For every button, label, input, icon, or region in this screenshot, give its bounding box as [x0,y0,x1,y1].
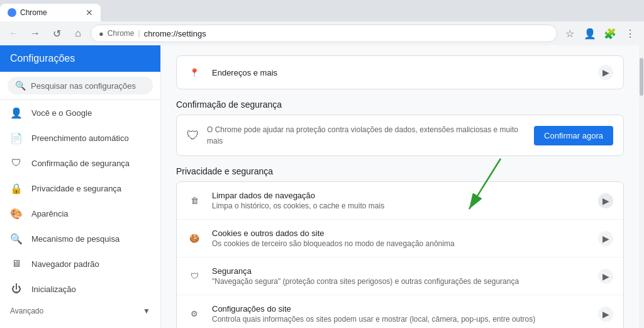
addresses-content: Endereços e mais [212,68,598,77]
power-icon: ⏻ [10,283,23,295]
autofill-icon: 📄 [10,132,23,144]
security-row-title: Segurança [212,266,598,276]
site-settings-icon: ⚙ [187,307,202,322]
sidebar-label-inicializacao: Inicialização [31,285,76,294]
sidebar-label-voce: Você e o Google [31,108,92,118]
sidebar-item-aparencia[interactable]: 🎨 Aparência [0,201,160,226]
site-settings-subtitle: Controla quais informações os sites pode… [212,315,598,324]
reload-button[interactable]: ↺ [48,25,65,42]
cookies-content: Cookies e outros dados do site Os cookie… [212,229,598,248]
chevron-down-icon: ▼ [143,307,150,315]
nav-actions: ☆ 👤 🧩 ⋮ [561,25,639,42]
tab-title: Chrome [20,8,82,17]
privacy-section-title: Privacidade e segurança [176,166,624,176]
security-row-subtitle: "Navegação segura" (proteção contra site… [212,277,598,286]
home-button[interactable]: ⌂ [69,25,87,42]
sidebar-item-navegador[interactable]: 🖥 Navegador padrão [0,251,160,276]
sidebar-label-privacidade: Privacidade e segurança [31,184,121,193]
clear-data-subtitle: Limpa o histórico, os cookies, o cache e… [212,201,598,210]
security-row[interactable]: 🛡 Segurança "Navegação segura" (proteção… [177,257,623,295]
sidebar-label-navegador: Navegador padrão [31,259,99,269]
site-settings-content: Configurações do site Controla quais inf… [212,304,598,324]
security-arrow-icon: ▶ [598,269,613,284]
settings-icon[interactable]: ⋮ [621,25,639,42]
sidebar-item-voce[interactable]: 👤 Você e o Google [0,100,160,125]
cookies-subtitle: Os cookies de terceiro são bloqueados no… [212,239,598,248]
sidebar-item-preenchimento[interactable]: 📄 Preenchimento automático [0,125,160,150]
address-bar[interactable]: ● Chrome | chrome://settings [91,25,557,42]
address-brand: Chrome [108,29,135,38]
sidebar-item-extensoes[interactable]: 🔌 Extensões ↗ [0,320,160,328]
site-settings-arrow-icon: ▶ [598,307,613,322]
sidebar-search-input[interactable]: Pesquisar nas configurações [31,81,136,91]
security-content: Segurança "Navegação segura" (proteção c… [212,266,598,286]
cookies-title: Cookies e outros dados do site [212,229,598,238]
confirm-now-button[interactable]: Confirmar agora [534,126,613,145]
security-shield-icon: 🛡 [187,128,199,143]
security-card: 🛡 O Chrome pode ajudar na proteção contr… [176,115,624,156]
person-icon: 👤 [10,106,23,119]
address-secure-icon: ● [99,29,104,38]
addresses-arrow-icon: ▶ [598,65,613,80]
sidebar-label-preenchimento: Preenchimento automático [31,133,129,143]
appearance-icon: 🎨 [10,207,23,220]
bookmarks-icon[interactable]: ☆ [561,25,579,42]
search-icon: 🔍 [10,232,23,245]
sidebar-item-privacidade[interactable]: 🔒 Privacidade e segurança [0,176,160,201]
address-text: chrome://settings [144,29,549,38]
sidebar-item-inicializacao[interactable]: ⏻ Inicialização [0,276,160,302]
sidebar: Configurações 🔍 Pesquisar nas configuraç… [0,45,161,328]
clear-data-title: Limpar dados de navegação [212,191,598,200]
clear-data-arrow-icon: ▶ [598,193,613,208]
scrollbar[interactable] [639,45,644,328]
site-settings-row[interactable]: ⚙ Configurações do site Controla quais i… [177,295,623,328]
site-settings-title: Configurações do site [212,304,598,314]
cookies-arrow-icon: ▶ [598,231,613,246]
security-description: O Chrome pode ajudar na proteção contra … [207,124,526,147]
forward-button[interactable]: → [26,25,44,42]
sidebar-item-mecanismo[interactable]: 🔍 Mecanismo de pesquisa [0,226,160,251]
location-icon: 📍 [187,65,202,80]
sidebar-search[interactable]: 🔍 Pesquisar nas configurações [0,72,160,100]
sidebar-label-mecanismo: Mecanismo de pesquisa [31,234,119,244]
puzzle-icon[interactable]: 🧩 [601,25,619,42]
privacy-card: 🗑 Limpar dados de navegação Limpa o hist… [176,181,624,328]
sidebar-search-icon: 🔍 [15,81,26,91]
clear-data-content: Limpar dados de navegação Limpa o histór… [212,191,598,210]
browser-tab[interactable]: Chrome ✕ [0,4,101,21]
browser-top: Chrome ✕ ← → ↺ ⌂ ● Chrome | chrome://set… [0,0,644,45]
tab-close-icon[interactable]: ✕ [86,8,93,18]
security-section-title: Confirmação de segurança [176,99,624,110]
clear-data-row[interactable]: 🗑 Limpar dados de navegação Limpa o hist… [177,182,623,220]
addresses-title: Endereços e mais [212,68,598,77]
scrollbar-thumb[interactable] [640,58,643,96]
cookies-row[interactable]: 🍪 Cookies e outros dados do site Os cook… [177,220,623,257]
shield-icon: 🛡 [10,157,23,169]
navigation-bar: ← → ↺ ⌂ ● Chrome | chrome://settings ☆ 👤… [0,21,644,45]
sidebar-item-confirmacao[interactable]: 🛡 Confirmação de segurança [0,150,160,176]
sidebar-label-confirmacao: Confirmação de segurança [31,159,130,168]
trash-icon: 🗑 [187,193,202,208]
browser-icon: 🖥 [10,257,23,270]
back-button[interactable]: ← [5,25,23,42]
tab-bar: Chrome ✕ [0,0,644,21]
addresses-row[interactable]: 📍 Endereços e mais ▶ [177,56,623,89]
sidebar-label-aparencia: Aparência [31,209,69,218]
address-separator: | [138,29,140,38]
profile-icon[interactable]: 👤 [581,25,599,42]
sidebar-advanced[interactable]: Avançado ▼ [0,302,160,320]
main-content: 📍 Endereços e mais ▶ Confirmação de segu… [161,45,639,328]
advanced-label: Avançado [10,307,43,315]
lock-icon: 🔒 [10,182,23,195]
cookie-icon: 🍪 [187,231,202,246]
content-area: Configurações 🔍 Pesquisar nas configuraç… [0,45,644,328]
tab-favicon [8,8,16,17]
addresses-card: 📍 Endereços e mais ▶ [176,55,624,89]
browser-frame: Chrome ✕ ← → ↺ ⌂ ● Chrome | chrome://set… [0,0,644,328]
security-row-icon: 🛡 [187,269,202,284]
sidebar-header: Configurações [0,45,160,72]
